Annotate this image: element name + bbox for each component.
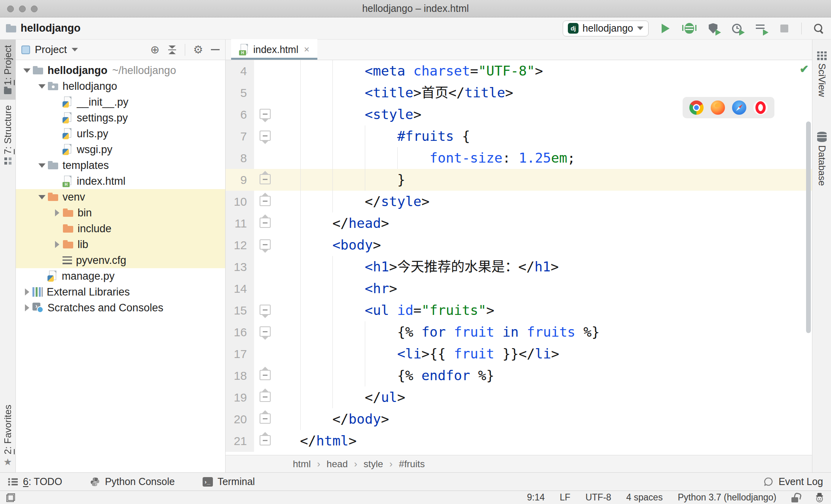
toggle-toolwindows-icon[interactable]	[6, 493, 15, 502]
close-button[interactable]	[7, 6, 14, 12]
tree-item-wsgi-py[interactable]: wsgi.py	[16, 142, 225, 157]
code-line-10[interactable]: 10 </style>	[226, 191, 812, 212]
breadcrumb-item-html[interactable]: html	[293, 459, 311, 470]
run-button[interactable]	[659, 22, 672, 35]
tree-item-index-html[interactable]: Hindex.html	[16, 173, 225, 189]
locate-file-button[interactable]: ⊕	[150, 44, 159, 55]
tree-expand-arrow[interactable]	[36, 163, 47, 168]
tree-item-include[interactable]: include	[16, 221, 225, 237]
collapse-all-button[interactable]	[167, 45, 177, 54]
run-with-coverage-button[interactable]	[706, 22, 720, 35]
fold-marker-icon[interactable]	[260, 326, 271, 337]
fold-marker-icon[interactable]	[260, 218, 271, 228]
chevron-down-icon[interactable]	[72, 48, 78, 51]
fold-marker-icon[interactable]	[260, 435, 271, 445]
search-everywhere-button[interactable]	[812, 22, 825, 35]
chrome-icon[interactable]	[689, 100, 704, 115]
run-task-button[interactable]	[754, 22, 767, 35]
editor-scrollbar[interactable]	[806, 121, 811, 333]
tree-item-lib[interactable]: lib	[16, 237, 225, 252]
opera-icon[interactable]	[753, 100, 768, 115]
close-icon[interactable]: ×	[304, 44, 309, 55]
safari-icon[interactable]	[732, 100, 746, 115]
line-separator[interactable]: LF	[560, 492, 571, 503]
code-line-11[interactable]: 11 </head>	[226, 212, 812, 234]
tree-item-external-libraries[interactable]: External Libraries	[16, 284, 225, 300]
todo-tool-button[interactable]: 6: TODO	[8, 476, 62, 487]
stop-button[interactable]	[778, 22, 791, 35]
code-line-16[interactable]: 16 {% for fruit in fruits %}	[226, 321, 812, 343]
tree-item-scratches-and-consoles[interactable]: Scratches and Consoles	[16, 300, 225, 316]
event-log-button[interactable]: Event Log	[763, 476, 823, 487]
tree-expand-arrow[interactable]	[51, 241, 63, 248]
code-line-14[interactable]: 14 <hr>	[226, 278, 812, 299]
tree-expand-arrow[interactable]	[51, 209, 63, 216]
fold-marker-icon[interactable]	[260, 392, 271, 402]
debug-button[interactable]	[683, 22, 696, 35]
settings-gear-button[interactable]: ⚙	[193, 44, 203, 55]
code-line-17[interactable]: 17 <li>{{ fruit }}</li>	[226, 343, 812, 365]
code-line-20[interactable]: 20 </body>	[226, 408, 812, 430]
python-interpreter[interactable]: Python 3.7 (hellodjango)	[678, 492, 776, 503]
code-line-8[interactable]: 8 font-size: 1.25em;	[226, 147, 812, 169]
code-line-12[interactable]: 12 <body>	[226, 234, 812, 256]
fold-marker-icon[interactable]	[260, 239, 271, 250]
code-line-18[interactable]: 18 {% endfor %}	[226, 365, 812, 387]
tree-item-urls-py[interactable]: urls.py	[16, 126, 225, 142]
code-line-21[interactable]: 21</html>	[226, 430, 812, 452]
sidebar-item-sciview[interactable]: SciView	[812, 46, 831, 102]
tree-item-templates[interactable]: templates	[16, 157, 225, 173]
sidebar-item-favorites[interactable]: 2: Favorites ★	[0, 399, 15, 472]
code-line-13[interactable]: 13 <h1>今天推荐的水果是：</h1>	[226, 256, 812, 278]
code-line-15[interactable]: 15 <ul id="fruits">	[226, 299, 812, 321]
tree-item-settings-py[interactable]: settings.py	[16, 110, 225, 126]
python-console-tool-button[interactable]: Python Console	[90, 476, 175, 487]
fold-marker-icon[interactable]	[260, 413, 271, 424]
hide-panel-button[interactable]	[211, 49, 220, 50]
code-line-9[interactable]: 9 }	[226, 169, 812, 191]
tree-item-bin[interactable]: bin	[16, 205, 225, 221]
fold-marker-icon[interactable]	[260, 109, 271, 119]
terminal-tool-button[interactable]: ›_ Terminal	[203, 476, 255, 487]
inspections-profile-icon[interactable]	[814, 493, 825, 503]
sidebar-item-database[interactable]: Database	[812, 126, 831, 191]
tree-expand-arrow[interactable]	[36, 84, 47, 89]
tree-item-venv[interactable]: venv	[16, 189, 225, 205]
profile-button[interactable]	[730, 22, 744, 35]
tree-item-pyvenv-cfg[interactable]: pyvenv.cfg	[16, 252, 225, 268]
code-line-7[interactable]: 7 #fruits {	[226, 125, 812, 147]
breadcrumb-item-head[interactable]: head	[326, 459, 347, 470]
titlebar: hellodjango – index.html	[0, 0, 831, 17]
file-encoding[interactable]: UTF-8	[585, 492, 611, 503]
tab-index-html[interactable]: H index.html ×	[231, 39, 317, 60]
run-configuration-select[interactable]: dj hellodjango	[563, 21, 649, 36]
unlock-icon[interactable]	[791, 493, 799, 502]
tree-expand-arrow[interactable]	[21, 68, 32, 73]
fold-marker-icon[interactable]	[260, 370, 271, 380]
fold-marker-icon[interactable]	[260, 196, 271, 206]
tree-item--init-py[interactable]: __init__.py	[16, 94, 225, 110]
fold-marker-icon[interactable]	[260, 174, 271, 184]
breadcrumb-item-fruits[interactable]: #fruits	[399, 459, 425, 470]
tree-item-hellodjango[interactable]: hellodjango~/hellodjango	[16, 63, 225, 78]
firefox-icon[interactable]	[711, 100, 725, 115]
fold-marker-icon[interactable]	[260, 305, 271, 315]
tree-item-hellodjango[interactable]: hellodjango	[16, 78, 225, 94]
code-line-4[interactable]: 4 <meta charset="UTF-8">	[226, 60, 812, 82]
sidebar-item-structure[interactable]: 7: Structure	[0, 100, 15, 170]
caret-position[interactable]: 9:14	[527, 492, 545, 503]
tree-expand-arrow[interactable]	[36, 195, 47, 199]
code-editor[interactable]: 4 <meta charset="UTF-8">5 <title>首页</tit…	[226, 60, 812, 455]
code-line-19[interactable]: 19 </ul>	[226, 387, 812, 408]
tree-expand-arrow[interactable]	[21, 304, 32, 311]
tree-expand-arrow[interactable]	[21, 288, 32, 296]
breadcrumb-item-style[interactable]: style	[364, 459, 383, 470]
zoom-button[interactable]	[31, 6, 38, 12]
tree-item-manage-py[interactable]: manage.py	[16, 268, 225, 284]
project-panel-title[interactable]: Project	[35, 44, 67, 56]
fold-marker-icon[interactable]	[260, 131, 271, 141]
project-breadcrumb[interactable]: hellodjango	[6, 22, 81, 34]
sidebar-item-project[interactable]: 1: Project	[0, 40, 15, 100]
indent-style[interactable]: 4 spaces	[626, 492, 663, 503]
minimize-button[interactable]	[19, 6, 26, 12]
